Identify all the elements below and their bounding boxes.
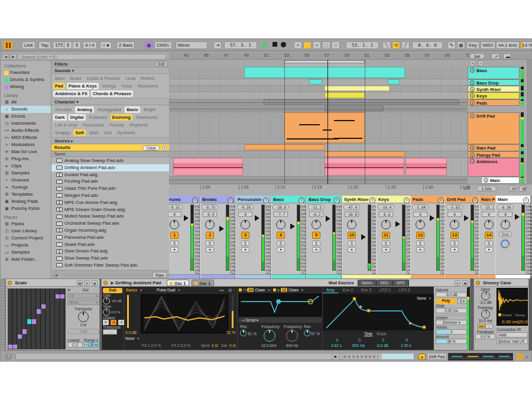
osc-semi-value[interactable]: 0 st — [212, 343, 218, 348]
sidebar-place-item[interactable]: ⊞ Add Folder... — [1, 256, 51, 263]
env-slope-toggle[interactable]: Slope — [377, 332, 387, 336]
scale-mode-dropdown[interactable]: Minor — [67, 300, 99, 305]
nudge-down-icon[interactable]: ⦀ — [64, 41, 72, 49]
filter1-type-icon[interactable]: ⌐\ — [243, 288, 246, 292]
zoom-height-button[interactable]: H — [509, 186, 516, 192]
volume-field[interactable]: 0 — [169, 212, 181, 217]
feedback-value[interactable]: 0.0 % — [475, 334, 495, 339]
filter2-freq-knob[interactable] — [286, 330, 298, 342]
wavetable-position-slider[interactable] — [232, 295, 233, 328]
filter-routing-dropdown[interactable]: ⊸ Serial ▾ — [239, 317, 322, 323]
track-lane[interactable] — [169, 99, 468, 106]
filter-tag[interactable]: Piano & Keys — [67, 83, 99, 89]
res2-value[interactable]: 57 % — [311, 332, 320, 336]
result-row[interactable]: Soft Shimmer Filter Sweep Pad.adv — [51, 262, 169, 269]
arm-button[interactable]: ● — [170, 247, 179, 252]
sounds-filter-header[interactable]: Sounds ▾ — [51, 67, 169, 74]
main-solo-button[interactable]: Solo — [499, 232, 511, 237]
osc-fx1-value[interactable]: FX 1 0.0 % — [142, 343, 161, 348]
sidebar-library-item[interactable]: ≂ Tunings — [1, 184, 51, 191]
arrangement-clip[interactable] — [325, 92, 365, 98]
track-name[interactable]: Breaks — [200, 196, 235, 203]
arrangement-clip[interactable] — [325, 86, 390, 91]
volume-field[interactable]: -9.4 — [203, 212, 217, 217]
result-row[interactable]: Glass Thin Pure Pad.adv — [51, 185, 169, 192]
filter-tag[interactable]: Voice — [119, 83, 134, 89]
result-row[interactable]: Muted Noise Sweep Pad.adv — [51, 213, 169, 220]
pan-knob[interactable] — [170, 220, 179, 229]
ir-category-dropdown[interactable]: Halls — [497, 332, 528, 338]
decay-value[interactable]: 600 ms — [352, 343, 365, 348]
track-name[interactable]: Percussion — [236, 196, 270, 203]
sub-gain-knob[interactable] — [103, 297, 110, 304]
filter-tag[interactable]: Punchy — [108, 122, 126, 128]
sidebar-library-item[interactable]: ⊞ Templates — [1, 191, 51, 198]
solo-button[interactable]: S — [312, 241, 320, 246]
sidebar-place-item[interactable]: ▧ Packs — [1, 220, 51, 228]
preview-play-icon[interactable]: ◉ — [53, 272, 59, 278]
unison-voices-value[interactable]: 3 — [436, 329, 467, 335]
scale-grid-cell[interactable] — [60, 294, 64, 299]
genres-filter-header[interactable]: Genres ▸ — [51, 138, 169, 144]
sidebar-place-item[interactable]: ◫ User Library — [1, 228, 51, 235]
track-lane[interactable] — [169, 144, 468, 151]
track-activator[interactable]: 11 — [382, 232, 390, 239]
filter-tag[interactable]: Basic — [125, 106, 140, 113]
osc-fx2-value[interactable]: FX 2 0.0 % — [171, 343, 190, 348]
volume-fader-handle[interactable] — [255, 215, 259, 221]
track-lane[interactable] — [169, 106, 468, 112]
cue-volume-knob[interactable] — [501, 239, 510, 248]
filter1-circuit-dropdown[interactable]: Clean — [255, 288, 270, 292]
solo-button[interactable]: S — [348, 241, 356, 246]
pan-knob[interactable] — [381, 220, 391, 229]
peak-level-display[interactable]: -13.1 — [481, 205, 497, 210]
edit-filters-button[interactable]: Edit — [155, 61, 167, 67]
sidebar-library-item[interactable]: ⊶ Audio Effects — [1, 127, 51, 134]
filter2-toggle[interactable] — [273, 288, 276, 291]
octave-button[interactable]: -1 — [111, 320, 116, 325]
track-fold-icon[interactable]: ▾ — [470, 145, 475, 150]
osc-gain-slider[interactable] — [127, 295, 129, 328]
browser-back-button[interactable]: ◀ — [2, 54, 9, 60]
solo-button[interactable]: S — [416, 241, 424, 246]
sidebar-library-item[interactable]: ◷ Instruments — [1, 120, 51, 127]
result-row[interactable]: Shark Pad.adv — [51, 241, 169, 248]
peak-level-display[interactable]: -10.8 — [273, 205, 289, 210]
track-fold-icon[interactable]: ▾ — [470, 68, 475, 73]
sustain-value[interactable]: -6.0 dB — [376, 343, 388, 348]
filter-tag[interactable]: Distorted — [87, 114, 109, 121]
filter-display[interactable]: 2 — [239, 294, 322, 316]
peak-level-display[interactable]: -0.30 — [497, 205, 514, 210]
arrangement-clip[interactable] — [309, 79, 322, 85]
volume-field[interactable]: 0 — [238, 212, 252, 217]
tab-osc2[interactable]: Osc 2 — [192, 280, 214, 286]
info-icon[interactable]: i — [5, 353, 12, 360]
pan-knob[interactable] — [312, 220, 321, 229]
track-name[interactable]: Drift Pad — [445, 196, 479, 203]
freq1-value[interactable]: 10.0 kHz — [261, 343, 277, 348]
result-row[interactable]: Slow Sweep Pad.adv — [51, 255, 169, 262]
result-row[interactable]: Panorama Pad.adv — [51, 234, 169, 241]
track-lane[interactable] — [169, 67, 468, 79]
hotswap-icon[interactable]: ⊘ — [84, 280, 90, 286]
mod-subtab[interactable]: LFO 2 — [395, 287, 414, 293]
sidebar-place-item[interactable]: ⊡ Current Project — [1, 235, 51, 242]
tab-osc1[interactable]: Osc 1 — [167, 280, 189, 286]
arm-button[interactable]: ● — [206, 247, 214, 252]
track-header[interactable]: ▾Main — [481, 177, 520, 184]
track-activator[interactable]: 14 — [485, 232, 493, 239]
filter-tag[interactable]: Sub — [102, 129, 113, 136]
search-input[interactable]: Search (Cmd + F) — [18, 54, 166, 60]
track-fold-icon[interactable]: ▾ — [470, 93, 475, 98]
pan-knob[interactable] — [416, 220, 425, 229]
filter-tag[interactable]: Bright — [142, 106, 157, 113]
track-activator[interactable]: 9 — [312, 232, 320, 239]
automation-arm-icon[interactable]: ⤾ — [303, 41, 312, 49]
peak-level-display[interactable]: -11.3 — [308, 205, 325, 210]
reverb-activator-icon[interactable] — [476, 281, 480, 285]
peak-level-display[interactable]: -19.4 — [378, 205, 394, 210]
filter-tag[interactable]: Evolving — [111, 114, 132, 121]
pencil-icon[interactable]: ↗ — [491, 53, 499, 59]
arm-button[interactable]: ● — [450, 247, 459, 252]
scale-grid-cell[interactable] — [22, 329, 27, 334]
